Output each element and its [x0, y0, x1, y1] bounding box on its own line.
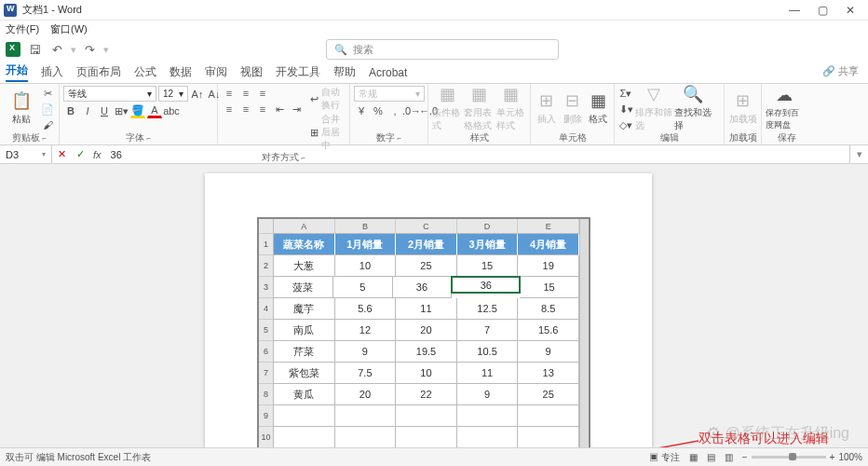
table-cell[interactable]: 3月销量	[457, 234, 519, 255]
phonetic-button[interactable]: abc	[164, 103, 179, 118]
view-page-icon[interactable]: ▥	[725, 452, 733, 462]
table-cell[interactable]: 20	[335, 384, 397, 405]
fill-color-button[interactable]: 🪣	[130, 103, 145, 118]
cond-format-button[interactable]: ▦条件格式	[432, 86, 462, 130]
table-cell[interactable]	[518, 405, 579, 427]
align-right-icon[interactable]: ≡	[255, 102, 270, 116]
table-cell[interactable]: 2月销量	[396, 234, 457, 255]
formula-input[interactable]: 36	[105, 149, 849, 160]
undo-icon[interactable]: ↶	[49, 43, 65, 57]
tab-开始[interactable]: 开始	[6, 62, 28, 82]
increase-font-icon[interactable]: A↑	[190, 87, 205, 102]
row-header[interactable]: 8	[259, 384, 273, 405]
autosum-icon[interactable]: Σ▾	[618, 86, 633, 101]
menu-file[interactable]: 文件(F)	[6, 22, 39, 36]
table-cell[interactable]: 1月销量	[335, 234, 397, 255]
col-header[interactable]: D	[457, 219, 519, 233]
table-cell[interactable]	[396, 427, 457, 448]
vertical-scrollbar[interactable]	[579, 219, 589, 458]
view-normal-icon[interactable]: ▦	[689, 452, 698, 462]
addins-button[interactable]: ⊞加载项	[728, 86, 757, 130]
wrap-text-button[interactable]: ↩	[309, 91, 319, 106]
table-cell[interactable]: 9	[335, 341, 397, 363]
save-baidu-button[interactable]: ☁保存到百度网盘	[766, 86, 803, 130]
row-header[interactable]: 3	[259, 277, 273, 298]
table-cell[interactable]: 10.5	[457, 341, 519, 363]
currency-icon[interactable]: ¥	[354, 103, 369, 118]
row-header[interactable]: 7	[259, 363, 273, 384]
table-cell[interactable]	[335, 427, 397, 448]
table-cell[interactable]: 11	[457, 363, 519, 384]
format-painter-icon[interactable]: 🖌	[40, 117, 55, 132]
number-format-select[interactable]: 常规▾	[354, 86, 425, 102]
table-cell[interactable]	[518, 427, 579, 448]
table-cell[interactable]: 5.6	[335, 298, 397, 320]
tab-审阅[interactable]: 审阅	[205, 64, 227, 80]
table-cell[interactable]: 19	[518, 255, 579, 277]
share-button[interactable]: 🔗 共享	[822, 64, 859, 78]
redo-icon[interactable]: ↷	[82, 43, 98, 57]
col-header[interactable]: B	[335, 219, 397, 233]
table-cell[interactable]: 36	[452, 277, 520, 293]
search-input[interactable]: 🔍 搜索	[326, 39, 559, 60]
table-cell[interactable]: 5	[333, 277, 393, 298]
border-button[interactable]: ⊞▾	[114, 103, 129, 118]
bold-button[interactable]: B	[63, 103, 78, 118]
align-mid-icon[interactable]: ≡	[238, 86, 253, 101]
focus-mode-button[interactable]: ▣ 专注	[649, 451, 680, 464]
tab-公式[interactable]: 公式	[134, 64, 156, 80]
delete-button[interactable]: ⊟删除	[561, 86, 585, 130]
table-cell[interactable]: 大葱	[274, 255, 335, 277]
fill-icon[interactable]: ⬇▾	[618, 102, 633, 116]
find-select-button[interactable]: 🔍查找和选择	[674, 86, 712, 130]
table-cell[interactable]	[396, 405, 457, 427]
align-top-icon[interactable]: ≡	[222, 86, 237, 101]
table-cell[interactable]: 15.6	[518, 320, 579, 341]
cell-style-button[interactable]: ▦单元格样式	[496, 86, 526, 130]
merge-button[interactable]: ⊞	[309, 125, 319, 140]
copy-icon[interactable]: 📄	[40, 102, 55, 116]
table-cell[interactable]: 南瓜	[274, 320, 335, 341]
tab-Acrobat[interactable]: Acrobat	[369, 66, 407, 79]
zoom-slider[interactable]	[752, 456, 826, 459]
save-icon[interactable]: 🖫	[26, 43, 44, 57]
table-cell[interactable]: 8.5	[518, 298, 579, 320]
menu-window[interactable]: 窗口(W)	[50, 22, 88, 36]
font-family-select[interactable]: 等线▾	[63, 86, 156, 102]
comma-icon[interactable]: ,	[387, 103, 402, 118]
clear-icon[interactable]: ◇▾	[618, 117, 633, 132]
table-cell[interactable]: 36	[393, 277, 453, 298]
col-header[interactable]: E	[518, 219, 579, 233]
table-cell[interactable]: 10	[335, 255, 397, 277]
row-header[interactable]: 2	[259, 255, 273, 277]
indent-inc-icon[interactable]: ⇥	[289, 102, 304, 116]
tab-开发工具[interactable]: 开发工具	[276, 64, 320, 80]
table-format-button[interactable]: ▦套用表格格式	[464, 86, 494, 130]
table-cell[interactable]: 11	[396, 298, 457, 320]
table-cell[interactable]: 9	[457, 384, 519, 405]
table-cell[interactable]: 25	[396, 255, 457, 277]
table-cell[interactable]: 22	[396, 384, 457, 405]
col-header[interactable]: A	[274, 219, 335, 233]
tab-数据[interactable]: 数据	[170, 64, 192, 80]
row-header[interactable]: 1	[259, 234, 273, 255]
align-center-icon[interactable]: ≡	[238, 102, 253, 116]
table-cell[interactable]	[274, 405, 335, 427]
close-button[interactable]: ✕	[836, 4, 864, 17]
tab-视图[interactable]: 视图	[240, 64, 263, 80]
inc-decimal-icon[interactable]: .0→	[404, 103, 419, 118]
underline-button[interactable]: U	[97, 103, 112, 118]
italic-button[interactable]: I	[80, 103, 95, 118]
align-bot-icon[interactable]: ≡	[255, 86, 270, 101]
cancel-formula-icon[interactable]: ✕	[52, 148, 71, 160]
name-box[interactable]: D3▾	[0, 145, 52, 163]
percent-icon[interactable]: %	[371, 103, 386, 118]
table-cell[interactable]: 13	[518, 363, 579, 384]
insert-button[interactable]: ⊞插入	[535, 86, 559, 130]
table-cell[interactable]: 7	[457, 320, 519, 341]
row-header[interactable]: 10	[259, 427, 273, 448]
row-header[interactable]: 6	[259, 341, 273, 363]
table-cell[interactable]: 9	[518, 341, 579, 363]
table-cell[interactable]	[457, 427, 519, 448]
align-left-icon[interactable]: ≡	[222, 102, 237, 116]
